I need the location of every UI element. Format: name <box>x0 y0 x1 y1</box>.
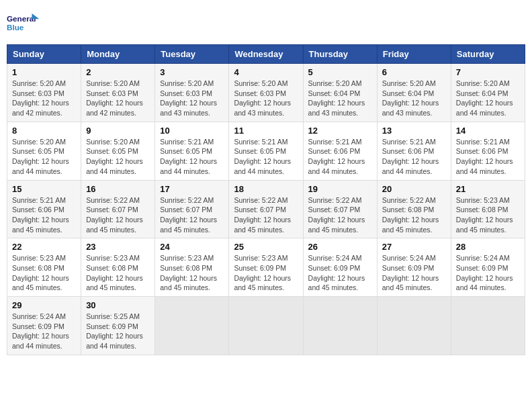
calendar-header-thursday: Thursday <box>303 45 377 64</box>
day-number: 22 <box>12 242 76 252</box>
table-row: 10Sunrise: 5:21 AMSunset: 6:05 PMDayligh… <box>155 122 229 180</box>
table-row: 6Sunrise: 5:20 AMSunset: 6:04 PMDaylight… <box>377 64 451 122</box>
day-detail: Sunrise: 5:24 AMSunset: 6:09 PMDaylight:… <box>382 253 446 293</box>
day-number: 18 <box>234 184 298 194</box>
day-number: 25 <box>234 242 298 252</box>
table-row: 17Sunrise: 5:22 AMSunset: 6:07 PMDayligh… <box>155 180 229 238</box>
table-row: 20Sunrise: 5:22 AMSunset: 6:08 PMDayligh… <box>377 180 451 238</box>
logo: General Blue <box>7 7 40 40</box>
table-row: 11Sunrise: 5:21 AMSunset: 6:05 PMDayligh… <box>229 122 303 180</box>
day-detail: Sunrise: 5:23 AMSunset: 6:08 PMDaylight:… <box>12 253 76 293</box>
day-detail: Sunrise: 5:24 AMSunset: 6:09 PMDaylight:… <box>456 253 520 293</box>
table-row: 26Sunrise: 5:24 AMSunset: 6:09 PMDayligh… <box>303 238 377 297</box>
day-detail: Sunrise: 5:20 AMSunset: 6:04 PMDaylight:… <box>382 79 446 118</box>
day-detail: Sunrise: 5:20 AMSunset: 6:05 PMDaylight:… <box>86 137 150 177</box>
table-row: 29Sunrise: 5:24 AMSunset: 6:09 PMDayligh… <box>7 297 81 355</box>
day-number: 10 <box>160 126 224 136</box>
table-row: 2Sunrise: 5:20 AMSunset: 6:03 PMDaylight… <box>81 64 155 122</box>
calendar-week-row: 15Sunrise: 5:21 AMSunset: 6:06 PMDayligh… <box>7 180 525 238</box>
day-number: 4 <box>234 67 298 77</box>
day-detail: Sunrise: 5:21 AMSunset: 6:06 PMDaylight:… <box>12 195 76 235</box>
day-number: 11 <box>234 126 298 136</box>
table-row: 27Sunrise: 5:24 AMSunset: 6:09 PMDayligh… <box>377 238 451 297</box>
svg-text:General: General <box>7 14 36 23</box>
day-number: 21 <box>456 184 520 194</box>
day-number: 30 <box>86 300 150 310</box>
table-row: 3Sunrise: 5:20 AMSunset: 6:03 PMDaylight… <box>155 64 229 122</box>
day-number: 13 <box>382 126 446 136</box>
calendar-header-monday: Monday <box>81 45 155 64</box>
day-detail: Sunrise: 5:23 AMSunset: 6:08 PMDaylight:… <box>456 195 520 235</box>
day-detail: Sunrise: 5:21 AMSunset: 6:05 PMDaylight:… <box>234 137 298 177</box>
day-detail: Sunrise: 5:20 AMSunset: 6:03 PMDaylight:… <box>234 79 298 118</box>
day-detail: Sunrise: 5:23 AMSunset: 6:09 PMDaylight:… <box>234 253 298 293</box>
day-number: 23 <box>86 242 150 252</box>
day-detail: Sunrise: 5:20 AMSunset: 6:03 PMDaylight:… <box>86 79 150 118</box>
table-row: 23Sunrise: 5:23 AMSunset: 6:08 PMDayligh… <box>81 238 155 297</box>
table-row: 25Sunrise: 5:23 AMSunset: 6:09 PMDayligh… <box>229 238 303 297</box>
table-row: 19Sunrise: 5:22 AMSunset: 6:07 PMDayligh… <box>303 180 377 238</box>
day-detail: Sunrise: 5:21 AMSunset: 6:06 PMDaylight:… <box>382 137 446 177</box>
day-detail: Sunrise: 5:20 AMSunset: 6:03 PMDaylight:… <box>160 79 224 118</box>
calendar-header-row: SundayMondayTuesdayWednesdayThursdayFrid… <box>7 45 525 64</box>
day-detail: Sunrise: 5:21 AMSunset: 6:06 PMDaylight:… <box>456 137 520 177</box>
calendar-header-tuesday: Tuesday <box>155 45 229 64</box>
day-number: 8 <box>12 126 76 136</box>
day-number: 26 <box>308 242 372 252</box>
day-detail: Sunrise: 5:20 AMSunset: 6:04 PMDaylight:… <box>308 79 372 118</box>
day-detail: Sunrise: 5:20 AMSunset: 6:03 PMDaylight:… <box>12 79 76 118</box>
table-row: 5Sunrise: 5:20 AMSunset: 6:04 PMDaylight… <box>303 64 377 122</box>
day-number: 17 <box>160 184 224 194</box>
table-row: 16Sunrise: 5:22 AMSunset: 6:07 PMDayligh… <box>81 180 155 238</box>
table-row: 8Sunrise: 5:20 AMSunset: 6:05 PMDaylight… <box>7 122 81 180</box>
table-row: 1Sunrise: 5:20 AMSunset: 6:03 PMDaylight… <box>7 64 81 122</box>
day-detail: Sunrise: 5:22 AMSunset: 6:07 PMDaylight:… <box>234 195 298 235</box>
table-row <box>451 297 525 355</box>
day-number: 12 <box>308 126 372 136</box>
calendar-week-row: 8Sunrise: 5:20 AMSunset: 6:05 PMDaylight… <box>7 122 525 180</box>
header: General Blue <box>7 7 525 40</box>
day-number: 15 <box>12 184 76 194</box>
calendar-header-saturday: Saturday <box>451 45 525 64</box>
day-detail: Sunrise: 5:22 AMSunset: 6:07 PMDaylight:… <box>160 195 224 235</box>
day-number: 2 <box>86 67 150 77</box>
table-row: 14Sunrise: 5:21 AMSunset: 6:06 PMDayligh… <box>451 122 525 180</box>
day-detail: Sunrise: 5:22 AMSunset: 6:07 PMDaylight:… <box>308 195 372 235</box>
table-row <box>303 297 377 355</box>
table-row <box>155 297 229 355</box>
day-detail: Sunrise: 5:22 AMSunset: 6:07 PMDaylight:… <box>86 195 150 235</box>
calendar-week-row: 1Sunrise: 5:20 AMSunset: 6:03 PMDaylight… <box>7 64 525 122</box>
day-detail: Sunrise: 5:22 AMSunset: 6:08 PMDaylight:… <box>382 195 446 235</box>
day-number: 7 <box>456 67 520 77</box>
calendar-header-friday: Friday <box>377 45 451 64</box>
table-row: 12Sunrise: 5:21 AMSunset: 6:06 PMDayligh… <box>303 122 377 180</box>
table-row: 24Sunrise: 5:23 AMSunset: 6:08 PMDayligh… <box>155 238 229 297</box>
day-number: 27 <box>382 242 446 252</box>
day-number: 24 <box>160 242 224 252</box>
calendar-week-row: 22Sunrise: 5:23 AMSunset: 6:08 PMDayligh… <box>7 238 525 297</box>
day-number: 28 <box>456 242 520 252</box>
table-row: 18Sunrise: 5:22 AMSunset: 6:07 PMDayligh… <box>229 180 303 238</box>
day-detail: Sunrise: 5:23 AMSunset: 6:08 PMDaylight:… <box>160 253 224 293</box>
day-number: 14 <box>456 126 520 136</box>
day-number: 19 <box>308 184 372 194</box>
day-detail: Sunrise: 5:20 AMSunset: 6:05 PMDaylight:… <box>12 137 76 177</box>
table-row: 4Sunrise: 5:20 AMSunset: 6:03 PMDaylight… <box>229 64 303 122</box>
table-row: 30Sunrise: 5:25 AMSunset: 6:09 PMDayligh… <box>81 297 155 355</box>
day-number: 20 <box>382 184 446 194</box>
table-row: 7Sunrise: 5:20 AMSunset: 6:04 PMDaylight… <box>451 64 525 122</box>
table-row: 21Sunrise: 5:23 AMSunset: 6:08 PMDayligh… <box>451 180 525 238</box>
day-detail: Sunrise: 5:23 AMSunset: 6:08 PMDaylight:… <box>86 253 150 293</box>
day-detail: Sunrise: 5:20 AMSunset: 6:04 PMDaylight:… <box>456 79 520 118</box>
calendar-header-wednesday: Wednesday <box>229 45 303 64</box>
calendar-header-sunday: Sunday <box>7 45 81 64</box>
day-number: 9 <box>86 126 150 136</box>
day-detail: Sunrise: 5:25 AMSunset: 6:09 PMDaylight:… <box>86 312 150 351</box>
day-detail: Sunrise: 5:21 AMSunset: 6:06 PMDaylight:… <box>308 137 372 177</box>
day-detail: Sunrise: 5:24 AMSunset: 6:09 PMDaylight:… <box>308 253 372 293</box>
day-detail: Sunrise: 5:24 AMSunset: 6:09 PMDaylight:… <box>12 312 76 351</box>
logo-icon: General Blue <box>7 7 40 40</box>
day-number: 3 <box>160 67 224 77</box>
day-number: 6 <box>382 67 446 77</box>
day-number: 1 <box>12 67 76 77</box>
